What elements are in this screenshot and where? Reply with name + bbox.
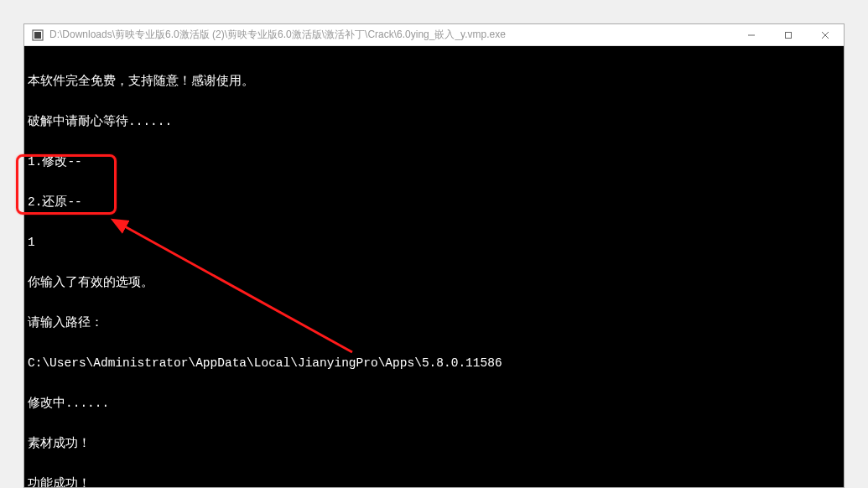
window-controls	[733, 24, 844, 45]
console-output: 本软件完全免费，支持随意！感谢使用。 破解中请耐心等待...... 1.修改--…	[24, 46, 844, 487]
maximize-button[interactable]	[770, 24, 807, 46]
console-line: 素材成功！	[28, 437, 840, 450]
console-line: 2.还原--	[28, 195, 840, 209]
svg-rect-1	[34, 32, 41, 39]
app-icon	[31, 29, 44, 42]
console-line: 你输入了有效的选项。	[28, 276, 840, 289]
titlebar[interactable]: D:\Downloads\剪映专业版6.0激活版 (2)\剪映专业版6.0激活版…	[24, 24, 844, 46]
window-title: D:\Downloads\剪映专业版6.0激活版 (2)\剪映专业版6.0激活版…	[49, 28, 733, 42]
console-line: C:\Users\Administrator\AppData\Local\Jia…	[28, 356, 840, 370]
console-line: 请输入路径：	[28, 316, 840, 330]
minimize-button[interactable]	[733, 24, 770, 46]
console-line: 1.修改--	[28, 155, 840, 169]
svg-rect-3	[786, 33, 792, 39]
console-line: 修改中......	[28, 397, 840, 410]
console-line: 破解中请耐心等待......	[28, 115, 840, 128]
close-button[interactable]	[807, 24, 844, 46]
console-line: 功能成功！	[28, 477, 840, 487]
console-line: 本软件完全免费，支持随意！感谢使用。	[28, 75, 840, 88]
console-line: 1	[28, 236, 840, 249]
console-window: D:\Downloads\剪映专业版6.0激活版 (2)\剪映专业版6.0激活版…	[23, 23, 845, 488]
